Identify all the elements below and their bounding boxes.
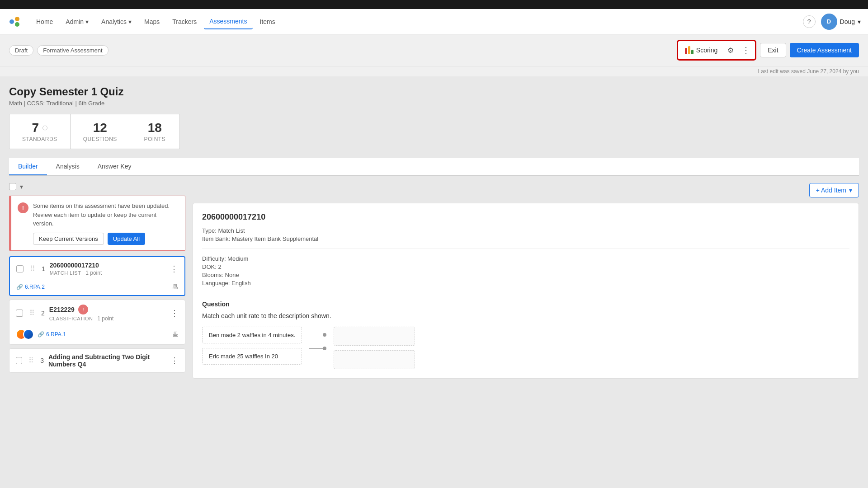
warning-text: Some items on this assessment have been … [33,202,179,228]
bar-red [685,48,687,54]
q2-id: E212229 [49,306,75,313]
standard-icon: 🔗 [16,284,23,290]
stats-row: 7 ⓘ STANDARDS 12 QUESTIONS 18 POINTS [9,114,859,149]
keep-current-button[interactable]: Keep Current Versions [33,233,104,245]
q2-points: 1 point [97,315,113,322]
nav-trackers[interactable]: Trackers [167,14,202,29]
logo[interactable] [7,14,22,29]
q2-print-icon[interactable]: 🖶 [172,331,179,338]
match-descriptions: Ben made 2 waffles in 4 minutes. Eric ma… [202,327,302,365]
q3-number: 3 [40,357,44,364]
q2-number: 2 [41,310,45,317]
select-chevron[interactable]: ▾ [20,183,23,190]
q1-standard: 🔗 6.RPA.2 [16,284,45,290]
divider-1 [202,249,849,249]
select-all-checkbox[interactable] [9,183,16,190]
formative-tag[interactable]: Formative Assessment [37,45,108,56]
tab-builder[interactable]: Builder [9,158,47,175]
warning-icon: ! [18,202,28,213]
q2-footer: 🔗 6.RPA.1 🖶 [9,326,185,344]
item-language: Language: English [202,280,849,286]
match-item-2: Eric made 25 waffles In 20 [202,348,302,365]
question-1-header: ⠿ 1 20600000017210 MATCH LIST 1 point ⋮ [10,257,184,281]
warning-actions: Keep Current Versions Update All [33,233,179,245]
item-attributes: Difficulty: Medium DOK: 2 Blooms: None L… [202,255,849,286]
question-item-3[interactable]: ⠿ 3 Adding and Subtracting Two Digit Num… [9,348,185,373]
draft-tag[interactable]: Draft [9,45,33,56]
connector-2 [309,347,326,350]
q2-more-button[interactable]: ⋮ [170,308,179,318]
item-blooms: Blooms: None [202,272,849,278]
quiz-title: Copy Semester 1 Quiz [9,85,859,98]
standards-info-icon[interactable]: ⓘ [42,125,47,131]
item-dok: DOK: 2 [202,263,849,270]
q1-more-button[interactable]: ⋮ [170,264,178,274]
q1-drag-handle[interactable]: ⠿ [30,264,35,273]
user-menu[interactable]: D Doug ▾ [821,14,861,30]
standards-number: 7 [32,121,39,135]
top-black-bar [0,0,868,9]
svg-point-2 [15,22,19,27]
q2-checkbox[interactable] [16,310,23,317]
match-area: Ben made 2 waffles in 4 minutes. Eric ma… [202,327,849,369]
svg-point-0 [9,19,14,24]
match-connectors [309,327,326,350]
nav-home[interactable]: Home [31,14,58,29]
q2-warning-badge: ! [78,305,88,314]
avatar: D [821,14,837,30]
nav-assessments[interactable]: Assessments [204,14,252,29]
avatar-blue [23,329,34,340]
connector-dot-1 [323,333,326,337]
add-item-label: + Add Item [816,187,846,194]
tab-answer-key[interactable]: Answer Key [89,158,141,175]
points-label: POINTS [144,136,165,142]
question-1-left: ⠿ 1 20600000017210 MATCH LIST 1 point [16,262,102,276]
q3-id: Adding and Subtracting Two Digit Numbers… [48,353,170,368]
match-item-1: Ben made 2 waffles in 4 minutes. [202,327,302,343]
select-row: ▾ [9,183,185,190]
right-panel: + Add Item ▾ 20600000017210 Type: Match … [193,183,859,379]
nav-items[interactable]: Items [255,14,281,29]
divider-2 [202,293,849,293]
assessment-toolbar: Draft Formative Assessment Scoring ⚙ ⋮ E… [0,34,868,66]
stat-questions: 12 QUESTIONS [71,114,130,149]
scoring-box: Scoring ⚙ ⋮ [677,40,756,61]
q1-number: 1 [42,265,45,272]
settings-button[interactable]: ⚙ [723,42,738,58]
create-assessment-button[interactable]: Create Assessment [790,43,859,57]
q1-checkbox[interactable] [16,265,24,272]
main-nav: Home Admin ▾ Analytics ▾ Maps Trackers A… [0,9,868,34]
question-item-1[interactable]: ⠿ 1 20600000017210 MATCH LIST 1 point ⋮ … [9,256,185,296]
add-item-button[interactable]: + Add Item ▾ [809,183,859,197]
tab-analysis[interactable]: Analysis [47,158,89,175]
question-text: Match each unit rate to the description … [202,312,849,319]
nav-maps[interactable]: Maps [139,14,165,29]
item-id: 20600000017210 [202,212,849,222]
nav-analytics[interactable]: Analytics ▾ [96,14,137,29]
update-all-button[interactable]: Update All [108,233,145,245]
nav-links: Home Admin ▾ Analytics ▾ Maps Trackers A… [31,14,803,29]
q1-id: 20600000017210 [50,262,102,269]
q1-type: MATCH LIST [50,270,81,276]
q3-drag-handle[interactable]: ⠿ [28,356,34,365]
connector-1 [309,333,326,337]
q1-info: 20600000017210 MATCH LIST 1 point [50,262,102,276]
q2-type: CLASSIFICATION [49,316,93,321]
q2-drag-handle[interactable]: ⠿ [29,309,35,317]
assessment-tags: Draft Formative Assessment [9,45,108,56]
nav-admin[interactable]: Admin ▾ [60,14,94,29]
q3-more-button[interactable]: ⋮ [170,356,179,366]
item-type: Type: Match List [202,227,849,234]
question-item-2[interactable]: ⠿ 2 E212229 ! CLASSIFICATION 1 point ⋮ [9,300,185,345]
q1-print-icon[interactable]: 🖶 [172,283,178,291]
more-options-button[interactable]: ⋮ [738,42,754,58]
item-difficulty: Difficulty: Medium [202,255,849,262]
exit-button[interactable]: Exit [760,43,786,57]
nav-right: ? D Doug ▾ [803,14,861,30]
standards-label: STANDARDS [22,136,57,142]
q3-checkbox[interactable] [16,357,22,364]
last-edit-text: Last edit was saved June 27, 2024 by you [0,66,868,76]
scoring-button[interactable]: Scoring [679,43,723,57]
help-button[interactable]: ? [803,15,816,28]
main-content: Copy Semester 1 Quiz Math | CCSS: Tradit… [0,76,868,388]
